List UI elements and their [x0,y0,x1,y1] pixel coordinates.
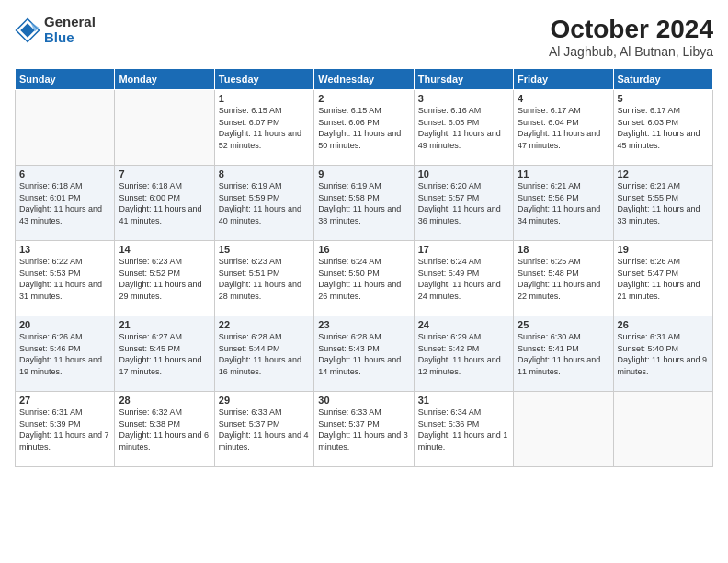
day-number: 11 [518,168,609,179]
day-info: Sunrise: 6:21 AMSunset: 5:55 PMDaylight:… [618,180,709,226]
day-info: Sunrise: 6:26 AMSunset: 5:46 PMDaylight:… [19,331,110,377]
day-info: Sunrise: 6:29 AMSunset: 5:42 PMDaylight:… [418,331,509,377]
day-info: Sunrise: 6:15 AMSunset: 6:07 PMDaylight:… [219,105,310,151]
logo-icon [15,17,40,43]
calendar-cell [514,392,613,467]
day-number: 26 [618,319,709,330]
day-number: 25 [518,319,609,330]
day-info: Sunrise: 6:18 AMSunset: 6:00 PMDaylight:… [119,180,210,226]
day-number: 24 [418,319,509,330]
calendar-cell [613,392,712,467]
calendar-row-5: 27Sunrise: 6:31 AMSunset: 5:39 PMDayligh… [16,392,713,467]
day-number: 18 [518,244,609,255]
day-number: 8 [219,168,310,179]
day-info: Sunrise: 6:17 AMSunset: 6:03 PMDaylight:… [618,105,709,151]
day-number: 2 [318,93,409,104]
day-number: 10 [418,168,509,179]
day-info: Sunrise: 6:21 AMSunset: 5:56 PMDaylight:… [518,180,609,226]
day-number: 19 [618,244,709,255]
day-info: Sunrise: 6:25 AMSunset: 5:48 PMDaylight:… [518,256,609,302]
day-number: 12 [618,168,709,179]
day-number: 1 [219,93,310,104]
day-number: 14 [119,244,210,255]
calendar-cell: 21Sunrise: 6:27 AMSunset: 5:45 PMDayligh… [115,316,214,392]
calendar-cell: 22Sunrise: 6:28 AMSunset: 5:44 PMDayligh… [214,316,313,392]
day-number: 22 [219,319,310,330]
calendar-cell: 23Sunrise: 6:28 AMSunset: 5:43 PMDayligh… [314,316,414,392]
calendar-cell: 16Sunrise: 6:24 AMSunset: 5:50 PMDayligh… [314,241,414,316]
calendar-cell: 9Sunrise: 6:19 AMSunset: 5:58 PMDaylight… [314,166,414,241]
day-info: Sunrise: 6:17 AMSunset: 6:04 PMDaylight:… [518,105,609,151]
calendar-cell: 2Sunrise: 6:15 AMSunset: 6:06 PMDaylight… [314,90,414,166]
calendar-cell: 6Sunrise: 6:18 AMSunset: 6:01 PMDaylight… [16,166,115,241]
calendar-row-1: 1Sunrise: 6:15 AMSunset: 6:07 PMDaylight… [16,90,713,166]
calendar-cell: 20Sunrise: 6:26 AMSunset: 5:46 PMDayligh… [16,316,115,392]
calendar-cell: 17Sunrise: 6:24 AMSunset: 5:49 PMDayligh… [414,241,513,316]
day-info: Sunrise: 6:31 AMSunset: 5:39 PMDaylight:… [19,407,110,453]
day-number: 6 [19,168,110,179]
day-number: 20 [19,319,110,330]
calendar-cell: 14Sunrise: 6:23 AMSunset: 5:52 PMDayligh… [115,241,214,316]
calendar-cell: 26Sunrise: 6:31 AMSunset: 5:40 PMDayligh… [613,316,712,392]
header: General Blue October 2024 Al Jaghbub, Al… [15,15,713,59]
day-info: Sunrise: 6:33 AMSunset: 5:37 PMDaylight:… [318,407,409,453]
day-number: 17 [418,244,509,255]
day-info: Sunrise: 6:30 AMSunset: 5:41 PMDaylight:… [518,331,609,377]
calendar-cell [16,90,115,166]
calendar-row-2: 6Sunrise: 6:18 AMSunset: 6:01 PMDaylight… [16,166,713,241]
col-header-wednesday: Wednesday [314,69,414,90]
day-info: Sunrise: 6:23 AMSunset: 5:51 PMDaylight:… [219,256,310,302]
calendar-cell: 30Sunrise: 6:33 AMSunset: 5:37 PMDayligh… [314,392,414,467]
calendar-cell: 19Sunrise: 6:26 AMSunset: 5:47 PMDayligh… [613,241,712,316]
logo-blue-text: Blue [44,30,96,46]
day-number: 21 [119,319,210,330]
calendar-cell: 7Sunrise: 6:18 AMSunset: 6:00 PMDaylight… [115,166,214,241]
day-number: 16 [318,244,409,255]
day-info: Sunrise: 6:27 AMSunset: 5:45 PMDaylight:… [119,331,210,377]
calendar-header-row: SundayMondayTuesdayWednesdayThursdayFrid… [16,69,713,90]
day-number: 29 [219,395,310,406]
col-header-sunday: Sunday [16,69,115,90]
calendar-cell: 28Sunrise: 6:32 AMSunset: 5:38 PMDayligh… [115,392,214,467]
day-number: 28 [119,395,210,406]
day-number: 30 [318,395,409,406]
day-info: Sunrise: 6:19 AMSunset: 5:58 PMDaylight:… [318,180,409,226]
calendar-cell: 29Sunrise: 6:33 AMSunset: 5:37 PMDayligh… [214,392,313,467]
title-block: October 2024 Al Jaghbub, Al Butnan, Liby… [549,15,713,59]
col-header-thursday: Thursday [414,69,513,90]
calendar-cell: 11Sunrise: 6:21 AMSunset: 5:56 PMDayligh… [514,166,613,241]
day-number: 27 [19,395,110,406]
day-number: 5 [618,93,709,104]
day-info: Sunrise: 6:26 AMSunset: 5:47 PMDaylight:… [618,256,709,302]
day-info: Sunrise: 6:28 AMSunset: 5:43 PMDaylight:… [318,331,409,377]
day-number: 7 [119,168,210,179]
calendar-row-4: 20Sunrise: 6:26 AMSunset: 5:46 PMDayligh… [16,316,713,392]
calendar-cell: 5Sunrise: 6:17 AMSunset: 6:03 PMDaylight… [613,90,712,166]
day-number: 31 [418,395,509,406]
calendar-cell [115,90,214,166]
day-info: Sunrise: 6:20 AMSunset: 5:57 PMDaylight:… [418,180,509,226]
calendar-cell: 24Sunrise: 6:29 AMSunset: 5:42 PMDayligh… [414,316,513,392]
calendar-cell: 18Sunrise: 6:25 AMSunset: 5:48 PMDayligh… [514,241,613,316]
calendar-cell: 27Sunrise: 6:31 AMSunset: 5:39 PMDayligh… [16,392,115,467]
calendar-cell: 3Sunrise: 6:16 AMSunset: 6:05 PMDaylight… [414,90,513,166]
col-header-tuesday: Tuesday [214,69,313,90]
calendar-cell: 31Sunrise: 6:34 AMSunset: 5:36 PMDayligh… [414,392,513,467]
calendar-cell: 25Sunrise: 6:30 AMSunset: 5:41 PMDayligh… [514,316,613,392]
day-info: Sunrise: 6:19 AMSunset: 5:59 PMDaylight:… [219,180,310,226]
day-info: Sunrise: 6:33 AMSunset: 5:37 PMDaylight:… [219,407,310,453]
day-info: Sunrise: 6:31 AMSunset: 5:40 PMDaylight:… [618,331,709,377]
logo-general-text: General [44,15,96,30]
calendar-cell: 4Sunrise: 6:17 AMSunset: 6:04 PMDaylight… [514,90,613,166]
col-header-friday: Friday [514,69,613,90]
month-title: October 2024 [549,15,713,44]
page: General Blue October 2024 Al Jaghbub, Al… [0,0,728,563]
day-info: Sunrise: 6:34 AMSunset: 5:36 PMDaylight:… [418,407,509,453]
calendar-row-3: 13Sunrise: 6:22 AMSunset: 5:53 PMDayligh… [16,241,713,316]
day-number: 13 [19,244,110,255]
day-info: Sunrise: 6:22 AMSunset: 5:53 PMDaylight:… [19,256,110,302]
location-title: Al Jaghbub, Al Butnan, Libya [549,44,713,59]
calendar-cell: 13Sunrise: 6:22 AMSunset: 5:53 PMDayligh… [16,241,115,316]
day-info: Sunrise: 6:32 AMSunset: 5:38 PMDaylight:… [119,407,210,453]
day-info: Sunrise: 6:24 AMSunset: 5:50 PMDaylight:… [318,256,409,302]
